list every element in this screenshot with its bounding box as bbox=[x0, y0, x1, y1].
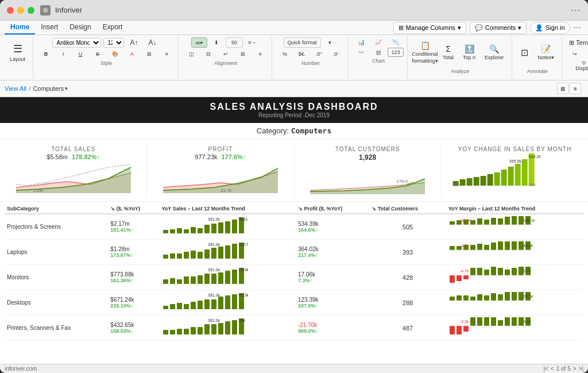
svg-rect-39 bbox=[491, 218, 496, 225]
list-view-button[interactable]: ≡ bbox=[570, 83, 581, 94]
cell-sales: $2.17m 181.41%↑ bbox=[108, 214, 159, 240]
svg-rect-48 bbox=[163, 255, 168, 259]
svg-rect-56 bbox=[218, 247, 223, 259]
quick-format-button[interactable]: Quick format bbox=[284, 37, 321, 48]
svg-rect-83 bbox=[204, 274, 210, 284]
dollar-button[interactable]: $€. bbox=[294, 49, 310, 59]
chart-type-5[interactable]: ⊟ bbox=[370, 48, 386, 57]
notes-button[interactable]: 📝 Notes▾ bbox=[534, 37, 559, 67]
conditional-formatting-button[interactable]: 📋 Conditional formatting▾ bbox=[412, 37, 438, 67]
more-action[interactable]: ⊟ bbox=[584, 49, 588, 59]
bold-button[interactable]: B bbox=[38, 49, 54, 59]
strikethrough2-button[interactable]: ⊟ bbox=[200, 49, 216, 59]
col-profit[interactable]: ↘ Profit ($, %YoY) bbox=[296, 204, 369, 214]
font-selector[interactable]: Antikor Mono bbox=[52, 38, 101, 48]
breadcrumb-viewall[interactable]: View All bbox=[5, 85, 26, 92]
comments-button[interactable]: 💬 Comments ▾ bbox=[470, 22, 527, 34]
kpi-customers: TOTAL CUSTOMERS 1,928 178.0 bbox=[295, 144, 442, 197]
more-options-icon[interactable]: ··· bbox=[574, 22, 581, 33]
maximize-button[interactable] bbox=[28, 7, 34, 14]
more-align-button[interactable]: ≡ bbox=[252, 49, 268, 59]
font-size-selector[interactable]: 12 bbox=[103, 38, 124, 48]
chart-type-3[interactable]: 📉 bbox=[388, 37, 404, 47]
col-yoy-sales-trend: YoY Sales – Last 12 Months Trend bbox=[160, 204, 296, 214]
chevron-down-icon: ▾ bbox=[518, 24, 521, 32]
total-button[interactable]: Σ Total bbox=[439, 37, 458, 67]
page-last-icon[interactable]: >| bbox=[579, 366, 583, 372]
decrease-decimal[interactable]: .0⁻ bbox=[328, 49, 345, 59]
more-style-button[interactable]: ≡ bbox=[158, 49, 175, 59]
table-row: Printers, Scanners & Fax $432.65k 158.53… bbox=[5, 316, 583, 341]
merge-button[interactable]: ⊞ bbox=[235, 49, 251, 59]
svg-rect-148 bbox=[450, 326, 455, 334]
svg-text:381k: 381k bbox=[239, 217, 248, 221]
svg-text:395.5k: 395.5k bbox=[509, 159, 521, 163]
svg-rect-54 bbox=[204, 249, 210, 259]
svg-rect-62 bbox=[450, 246, 455, 250]
svg-text:120.5k: 120.5k bbox=[239, 243, 248, 247]
page-prev-icon[interactable]: < bbox=[551, 366, 554, 372]
tab-insert[interactable]: Insert bbox=[35, 21, 64, 34]
borders-button[interactable]: ⊞ bbox=[141, 49, 157, 59]
col-yoy-margin: YoY Margin – Last 12 Months Trend bbox=[446, 204, 583, 214]
minimize-button[interactable] bbox=[17, 7, 24, 14]
svg-rect-55 bbox=[211, 248, 216, 259]
col-customers[interactable]: ↘ Total Customers bbox=[369, 204, 446, 214]
tab-export[interactable]: Export bbox=[97, 21, 129, 34]
svg-rect-98 bbox=[498, 268, 503, 275]
indent-value[interactable]: 50 bbox=[226, 37, 243, 48]
title-bar-menu[interactable]: ··· bbox=[571, 4, 581, 16]
templates-button[interactable]: ⊞ Templates bbox=[567, 38, 588, 48]
signin-button[interactable]: 👤 Sign in bbox=[530, 22, 570, 34]
display-button[interactable]: ⊙ Display bbox=[571, 60, 588, 71]
wrap-button[interactable]: ↩ bbox=[218, 49, 234, 59]
svg-rect-127 bbox=[498, 294, 503, 301]
strikethrough-button[interactable]: S bbox=[90, 49, 106, 59]
tab-home[interactable]: Home bbox=[5, 21, 35, 34]
svg-rect-113 bbox=[211, 299, 216, 309]
explorer-button[interactable]: 🔍 Explorer bbox=[481, 37, 508, 67]
sparkline-123[interactable]: 123 bbox=[388, 48, 404, 57]
increase-decimal[interactable]: .0⁺ bbox=[311, 49, 327, 59]
svg-rect-122 bbox=[463, 295, 469, 301]
layout-button[interactable]: ☰ Layout bbox=[6, 37, 29, 67]
indent-color-button[interactable]: ab▾ bbox=[191, 37, 207, 48]
font-shrink-button[interactable]: A↓ bbox=[145, 37, 161, 48]
filter-button[interactable]: ⊡ bbox=[517, 37, 533, 67]
font-grow-button[interactable]: A↑ bbox=[126, 37, 142, 48]
highlight-color-button[interactable]: 🎨 bbox=[107, 49, 123, 59]
chart-type-2[interactable]: 📈 bbox=[370, 37, 386, 47]
svg-rect-8 bbox=[487, 174, 493, 186]
svg-rect-29 bbox=[232, 220, 237, 233]
redo-button[interactable]: ↪ bbox=[567, 49, 583, 59]
cell-sales: $1.28m 173.87%↑ bbox=[108, 240, 159, 265]
chart-type-4[interactable]: 〰 bbox=[353, 48, 369, 57]
tab-design[interactable]: Design bbox=[64, 21, 96, 34]
format-chevron[interactable]: ▾ bbox=[322, 37, 338, 48]
close-button[interactable] bbox=[7, 7, 14, 14]
ribbon-controls: ☰ Layout Antikor Mono 12 A↑ A↓ bbox=[0, 35, 588, 80]
font-color-button[interactable]: A bbox=[124, 49, 140, 59]
page-first-icon[interactable]: |< bbox=[543, 366, 548, 372]
align-left-button[interactable]: ◫ bbox=[183, 49, 199, 59]
italic-button[interactable]: I bbox=[55, 49, 71, 59]
svg-rect-38 bbox=[484, 220, 489, 225]
cell-subcategory: Printers, Scanners & Fax bbox=[5, 316, 108, 341]
svg-rect-110 bbox=[191, 302, 196, 309]
manage-columns-button[interactable]: ⊞ Manage Columns ▾ bbox=[393, 22, 466, 34]
cell-subcategory: Projectors & Screens bbox=[5, 214, 108, 240]
cell-sales: $432.65k 158.53%↑ bbox=[108, 316, 159, 341]
cell-yoy-sales-trend: 381.0k59k bbox=[160, 316, 296, 341]
grid-view-button[interactable]: ⊞ bbox=[557, 83, 568, 94]
chart-type-1[interactable]: 📊 bbox=[353, 37, 369, 47]
indent-button[interactable]: ⬇ bbox=[208, 37, 225, 48]
columns-icon: ⊞ bbox=[399, 24, 404, 32]
topn-button[interactable]: 🔝 Top n bbox=[459, 37, 479, 67]
col-sales[interactable]: ↘ ($, %YoY) bbox=[108, 204, 159, 214]
svg-text:381.0k: 381.0k bbox=[208, 318, 220, 322]
underline-button[interactable]: U bbox=[72, 49, 88, 59]
percent-button[interactable]: % bbox=[277, 49, 293, 59]
page-next-icon[interactable]: > bbox=[573, 366, 577, 372]
svg-rect-25 bbox=[204, 225, 210, 233]
align-right-button[interactable]: ≡→ bbox=[244, 37, 260, 48]
